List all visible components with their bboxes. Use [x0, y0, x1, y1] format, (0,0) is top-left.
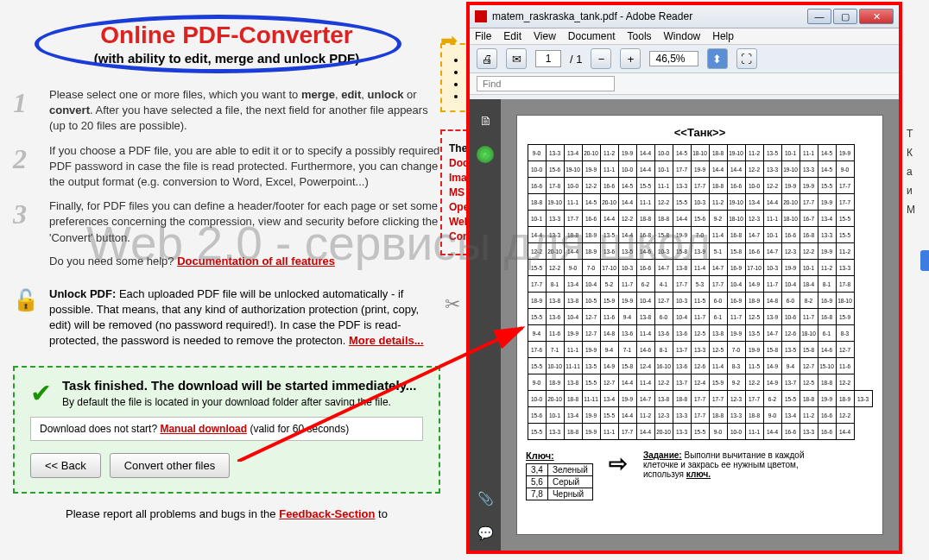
window-title: matem_raskraska_tank.pdf - Adobe Reader [492, 10, 692, 22]
step-3-text: Finally, for PDF files you can define a … [49, 198, 440, 246]
menu-view[interactable]: View [534, 30, 556, 42]
task-finished-box: ✔ Task finished. The download will be st… [13, 366, 440, 494]
pages-icon[interactable]: 🗎 [477, 111, 494, 129]
checkmark-icon: ✔ [30, 378, 52, 408]
menu-bar: File Edit View Document Tools Window Hel… [470, 28, 899, 45]
help-icon[interactable]: ? [477, 146, 494, 163]
back-button[interactable]: << Back [30, 453, 101, 478]
step-2-text: If you choose a PDF file, you are able t… [49, 143, 440, 191]
convert-other-button[interactable]: Convert other files [110, 453, 231, 478]
key-title: Ключ: [526, 450, 593, 461]
fit-width-button[interactable]: ⬍ [707, 48, 728, 69]
menu-tools[interactable]: Tools [628, 30, 652, 42]
pdf-page: <<Танк>> 9-013-313-420-1011-219-914-410-… [516, 115, 883, 535]
task-description: Задание: Выполни вычитание в каждой клет… [643, 450, 816, 479]
attachments-icon[interactable]: 📎 [477, 490, 494, 507]
close-button[interactable]: ✕ [859, 9, 894, 24]
fullscreen-button[interactable]: ⛶ [736, 48, 757, 69]
print-button[interactable]: 🖨 [477, 48, 497, 69]
menu-file[interactable]: File [475, 30, 491, 42]
unlock-text: Unlock PDF: Each uploaded PDF file will … [49, 286, 440, 349]
formats-box: The DoctImagMS O OpeWebCont [440, 129, 468, 255]
page-title: Online PDF-Converter [13, 22, 440, 49]
scissors-icon: ✂ [445, 293, 460, 316]
step-1-text: Please select one or more files, which y… [49, 87, 440, 135]
manual-download-link[interactable]: Manual download [160, 423, 247, 435]
key-table: 3,4Зеленый5,6Серый7,8Черный [526, 463, 593, 500]
step-number-1: 1 [13, 87, 49, 135]
find-bar [470, 73, 899, 95]
side-panel: 🗎 ? 📎 💬 [470, 99, 501, 551]
email-button[interactable]: ✉ [506, 48, 527, 69]
docs-link[interactable]: Documentation of all features [177, 255, 335, 267]
menu-document[interactable]: Document [568, 30, 616, 42]
unlock-icon: 🔓 [13, 286, 49, 349]
step-number-2: 2 [13, 143, 49, 191]
menu-help[interactable]: Help [712, 30, 734, 42]
help-line: Do you need some help? Documentation of … [49, 255, 440, 267]
zoom-out-button[interactable]: − [591, 48, 611, 69]
right-blue-tab[interactable] [920, 250, 929, 271]
task-subtitle: By default the file is located in your d… [62, 396, 416, 408]
manual-download-box: Download does not start? Manual download… [30, 417, 423, 441]
document-area[interactable]: <<Танк>> 9-013-313-420-1011-219-914-410-… [501, 99, 899, 551]
number-grid-table: 9-013-313-420-1011-219-914-410-014-518-1… [528, 144, 873, 440]
menu-edit[interactable]: Edit [503, 30, 521, 42]
right-edge-fragments: ТКаиМ [907, 121, 929, 223]
pdf-icon [475, 10, 487, 22]
feedback-link[interactable]: Feedback-Section [279, 507, 375, 520]
task-arrow-icon: ⇨ [609, 450, 628, 477]
zoom-select[interactable]: 46,5% [649, 51, 698, 66]
doc-title: <<Танк>> [526, 126, 874, 139]
step-number-3: 3 [13, 198, 49, 246]
maximize-button[interactable]: ▢ [833, 9, 857, 24]
more-details-link[interactable]: More details... [349, 334, 424, 347]
window-titlebar[interactable]: matem_raskraska_tank.pdf - Adobe Reader … [470, 5, 899, 28]
comments-icon[interactable]: 💬 [477, 525, 494, 542]
find-input[interactable] [477, 76, 615, 91]
toolbar: 🖨 ✉ / 1 − + 46,5% ⬍ ⛶ [470, 45, 899, 73]
adobe-reader-window: matem_raskraska_tank.pdf - Adobe Reader … [466, 2, 902, 554]
bottom-note: Please report all problems and bugs in t… [13, 507, 440, 520]
page-total: / 1 [570, 53, 582, 66]
menu-window[interactable]: Window [664, 30, 701, 42]
minimize-button[interactable]: — [807, 9, 831, 24]
zoom-in-button[interactable]: + [620, 48, 641, 69]
page-subtitle: (with ability to edit, merge and unlock … [13, 51, 440, 66]
task-title: Task finished. The download will be star… [62, 378, 416, 393]
page-input[interactable] [535, 50, 561, 67]
